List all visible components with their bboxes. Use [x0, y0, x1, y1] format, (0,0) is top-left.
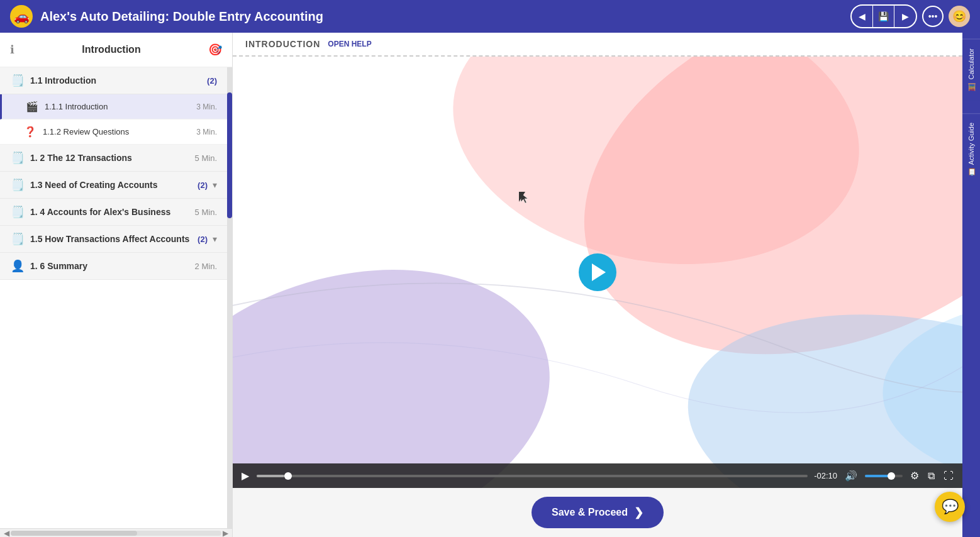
section-s4-icon: 🗒️ [10, 205, 25, 219]
video-progress-bar[interactable] [257, 475, 808, 477]
target-icon[interactable]: 🎯 [208, 43, 222, 57]
section-s6-duration: 2 Min. [195, 262, 217, 271]
section-s3-label: 1.3 Need of Creating Accounts [30, 180, 192, 190]
video-volume-button[interactable]: 🔊 [844, 468, 859, 483]
sidebar-item-s1-2[interactable]: ❓ 1.1.2 Review Questions 3 Min. [0, 119, 227, 145]
video-fullscreen-button[interactable]: ⛶ [942, 469, 955, 483]
next-button[interactable]: ▶ [894, 6, 916, 27]
more-button[interactable]: ••• [922, 6, 944, 27]
info-icon[interactable]: ℹ [10, 43, 14, 57]
sidebar-scrollbar[interactable] [227, 67, 232, 528]
sidebar-item-s4[interactable]: 🗒️ 1. 4 Accounts for Alex's Business 5 M… [0, 199, 227, 226]
save-proceed-button[interactable]: Save & Proceed ❯ [532, 497, 664, 528]
main-layout: ℹ Introduction 🎯 🗒️ 1.1 Introduction (2)… [0, 33, 980, 537]
sidebar: ℹ Introduction 🎯 🗒️ 1.1 Introduction (2)… [0, 33, 233, 537]
sidebar-header: ℹ Introduction 🎯 [0, 33, 232, 67]
hscroll-bar [11, 531, 221, 536]
section-s2-label: 1. 2 The 12 Transactions [30, 153, 190, 163]
save-button[interactable]: 💾 [873, 6, 894, 27]
save-proceed-arrow: ❯ [634, 506, 643, 519]
section-s3-chevron: ▾ [213, 180, 217, 190]
sidebar-item-s1[interactable]: 🗒️ 1.1 Introduction (2) [0, 67, 227, 94]
content-header: INTRODUCTION OPEN HELP [233, 33, 962, 57]
section-s5-label: 1.5 How Transactions Affect Accounts [30, 234, 192, 244]
section-s6-label: 1. 6 Summary [30, 261, 190, 271]
calculator-label: Calculator [967, 48, 975, 80]
video-pip-button[interactable]: ⧉ [927, 469, 936, 483]
hscroll-right-arrow[interactable]: ▶ [221, 529, 230, 538]
video-settings-button[interactable]: ⚙ [909, 468, 920, 483]
sub-s1-2-duration: 3 Min. [196, 128, 217, 136]
calculator-tab[interactable]: 🧮 Calculator [962, 39, 980, 101]
sidebar-list: 🗒️ 1.1 Introduction (2) 🎬 1.1.1 Introduc… [0, 67, 227, 528]
sidebar-title: Introduction [82, 44, 140, 55]
volume-dot[interactable] [888, 472, 895, 480]
open-help-link[interactable]: OPEN HELP [328, 40, 371, 48]
section-s5-icon: 🗒️ [10, 232, 25, 246]
sub-s1-2-label: 1.1.2 Review Questions [43, 127, 191, 136]
sidebar-item-s2[interactable]: 🗒️ 1. 2 The 12 Transactions 5 Min. [0, 145, 227, 172]
section-s3-badge: (2) [198, 180, 208, 190]
sub-s1-2-icon: ❓ [23, 126, 38, 138]
activity-guide-tab[interactable]: 📋 Activity Guide [962, 113, 980, 185]
prev-button[interactable]: ◀ [852, 6, 873, 27]
section-s5-badge: (2) [198, 235, 208, 244]
section-s3-icon: 🗒️ [10, 178, 25, 192]
footer-actions: Save & Proceed ❯ [233, 488, 962, 537]
video-progress-fill [257, 475, 284, 477]
avatar[interactable]: 😊 [949, 6, 970, 27]
sidebar-item-s5[interactable]: 🗒️ 1.5 How Transactions Affect Accounts … [0, 226, 227, 253]
section-s4-label: 1. 4 Accounts for Alex's Business [30, 207, 190, 217]
hscroll-thumb [11, 531, 137, 536]
volume-bar[interactable] [865, 475, 903, 477]
chat-icon: 💬 [942, 499, 959, 515]
sidebar-scroll-thumb[interactable] [227, 92, 232, 218]
sidebar-hscroll[interactable]: ◀ ▶ [0, 528, 232, 537]
sub-s1-1-icon: 🎬 [25, 101, 40, 113]
sidebar-item-s1-1[interactable]: 🎬 1.1.1 Introduction 3 Min. [0, 94, 227, 119]
calculator-icon: 🧮 [967, 84, 976, 92]
video-progress-dot[interactable] [284, 472, 292, 480]
save-proceed-label: Save & Proceed [552, 507, 628, 518]
content-area: INTRODUCTION OPEN HELP [233, 33, 962, 537]
video-background: ▶ -02:10 🔊 ⚙ ⧉ ⛶ [233, 57, 962, 488]
sub-s1-1-duration: 3 Min. [196, 102, 217, 111]
section-s6-icon: 👤 [10, 259, 25, 273]
sidebar-item-s6[interactable]: 👤 1. 6 Summary 2 Min. [0, 253, 227, 280]
sidebar-item-s3[interactable]: 🗒️ 1.3 Need of Creating Accounts (2) ▾ [0, 172, 227, 199]
nav-btn-group: ◀ 💾 ▶ [850, 4, 917, 28]
play-button-center[interactable] [579, 253, 616, 291]
video-container: ▶ -02:10 🔊 ⚙ ⧉ ⛶ [233, 57, 962, 488]
header-controls: ◀ 💾 ▶ ••• 😊 [850, 4, 970, 28]
svg-point-2 [233, 228, 581, 488]
section-s2-duration: 5 Min. [195, 153, 217, 163]
section-s4-duration: 5 Min. [195, 208, 217, 217]
section-s1-label: 1.1 Introduction [30, 75, 202, 86]
section-s5-chevron: ▾ [213, 234, 217, 244]
section-s2-icon: 🗒️ [10, 151, 25, 165]
activity-guide-label: Activity Guide [967, 123, 975, 165]
app-logo: 🚗 [10, 5, 33, 28]
sub-s1-1-label: 1.1.1 Introduction [45, 102, 191, 111]
chat-bubble[interactable]: 💬 [935, 492, 965, 522]
app-title: Alex's Auto Detailing: Double Entry Acco… [40, 9, 843, 24]
section-s1-badge: (2) [207, 76, 217, 86]
content-title: INTRODUCTION [245, 39, 320, 49]
sidebar-wrapper: 🗒️ 1.1 Introduction (2) 🎬 1.1.1 Introduc… [0, 67, 232, 528]
activity-guide-icon: 📋 [967, 169, 976, 177]
hscroll-left-arrow[interactable]: ◀ [3, 529, 11, 538]
app-header: 🚗 Alex's Auto Detailing: Double Entry Ac… [0, 0, 980, 33]
right-panel: 🧮 Calculator 📋 Activity Guide [962, 33, 980, 537]
video-play-button[interactable]: ▶ [240, 468, 250, 483]
video-controls-bar: ▶ -02:10 🔊 ⚙ ⧉ ⛶ [233, 463, 962, 488]
video-time: -02:10 [814, 471, 837, 480]
logo-emoji: 🚗 [14, 9, 30, 24]
section-s1-icon: 🗒️ [10, 74, 25, 87]
